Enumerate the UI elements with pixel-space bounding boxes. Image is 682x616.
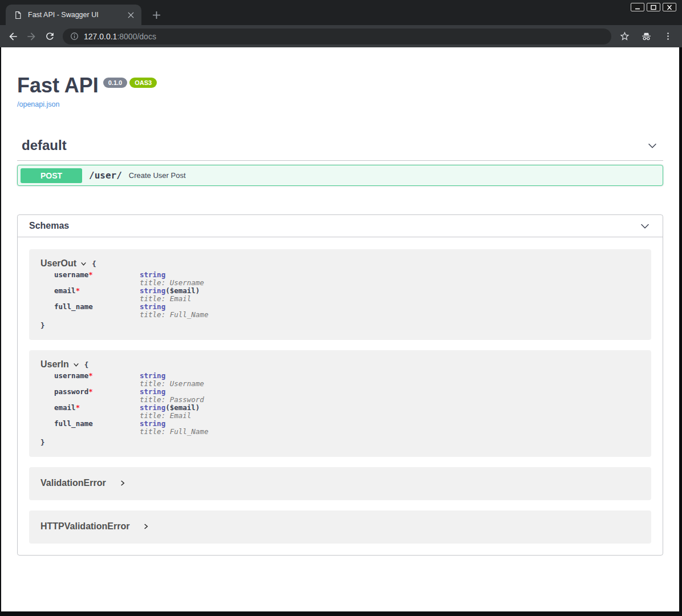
tab-strip: Fast API - Swagger UI — [0, 0, 682, 25]
api-title: Fast API — [17, 74, 99, 97]
property-name: email — [54, 286, 76, 295]
schemas-section: Schemas UserOut { — [17, 214, 663, 556]
incognito-icon — [638, 28, 655, 45]
schemas-heading: Schemas — [29, 221, 69, 231]
schemas-header[interactable]: Schemas — [18, 215, 663, 237]
model-properties: username* stringtitle: Username password… — [54, 372, 208, 436]
property-format: ($email) — [165, 286, 200, 295]
property-row: username* stringtitle: Username — [54, 271, 208, 287]
opblock-post-user[interactable]: POST /user/ Create User Post — [17, 165, 663, 186]
property-type: string — [140, 403, 165, 412]
browser-tab[interactable]: Fast API - Swagger UI — [6, 5, 141, 25]
bookmark-star-button[interactable] — [616, 28, 633, 45]
model-title: UserIn — [40, 359, 69, 370]
chevron-down-icon[interactable] — [80, 260, 87, 268]
model-userout: UserOut { username* stringtitle: Usernam… — [29, 249, 651, 340]
model-title: ValidationError — [40, 478, 106, 488]
api-info: Fast API0.1.0OAS3 /openapi.json — [17, 47, 663, 108]
model-title: UserOut — [40, 258, 76, 269]
model-properties: username* stringtitle: Username email* s… — [54, 271, 208, 319]
property-name: username — [54, 270, 88, 279]
window-controls — [631, 3, 676, 11]
browser-menu-button[interactable] — [659, 28, 676, 45]
new-tab-button[interactable] — [148, 7, 164, 23]
openapi-json-link[interactable]: /openapi.json — [17, 100, 663, 108]
forward-button[interactable] — [23, 28, 40, 45]
model-userin-toggle[interactable]: UserIn { — [40, 359, 640, 370]
property-row: password* stringtitle: Password — [54, 388, 208, 404]
version-badge: 0.1.0 — [103, 78, 127, 88]
post-method-badge: POST — [21, 168, 82, 183]
property-name: email — [54, 403, 76, 412]
property-row: full_name stringtitle: Full_Name — [54, 303, 208, 319]
address-bar[interactable]: 127.0.0.1:8000/docs — [63, 29, 611, 44]
model-httpvalidationerror-toggle[interactable]: HTTPValidationError — [40, 520, 640, 533]
model-userout-toggle[interactable]: UserOut { — [40, 258, 640, 269]
property-title: title: Username — [140, 279, 208, 287]
page-favicon-icon — [14, 11, 22, 19]
property-name: password — [54, 387, 88, 396]
property-title: title: Full_Name — [140, 311, 208, 319]
required-star: * — [88, 371, 93, 380]
url-host: 127.0.0.1 — [84, 32, 117, 41]
property-type: string — [140, 419, 165, 428]
open-brace: { — [84, 360, 89, 369]
schemas-body: UserOut { username* stringtitle: Usernam… — [18, 237, 663, 555]
property-title: title: Email — [140, 412, 208, 420]
url-text: 127.0.0.1:8000/docs — [84, 32, 156, 41]
window-minimize-button[interactable] — [631, 3, 644, 11]
open-brace: { — [92, 260, 96, 268]
property-title: title: Password — [140, 396, 208, 404]
chevron-down-icon[interactable] — [643, 139, 662, 152]
property-row: full_name stringtitle: Full_Name — [54, 420, 208, 436]
property-type: string — [140, 286, 165, 295]
required-star: * — [88, 387, 93, 396]
reload-button[interactable] — [41, 28, 58, 45]
chevron-down-icon[interactable] — [635, 220, 655, 232]
model-validationerror-toggle[interactable]: ValidationError — [40, 476, 640, 490]
swagger-page: Fast API0.1.0OAS3 /openapi.json default … — [1, 47, 679, 611]
tab-close-icon[interactable] — [125, 10, 136, 20]
model-validationerror: ValidationError — [29, 467, 651, 500]
property-title: title: Username — [140, 380, 208, 388]
property-row: email* string($email)title: Email — [54, 404, 208, 420]
oas3-badge: OAS3 — [129, 78, 157, 88]
required-star: * — [76, 403, 80, 412]
chevron-right-icon[interactable] — [119, 479, 127, 487]
browser-toolbar: 127.0.0.1:8000/docs — [0, 25, 682, 47]
property-title: title: Full_Name — [140, 428, 208, 436]
back-button[interactable] — [5, 28, 22, 45]
window-close-button[interactable] — [663, 3, 676, 11]
window-maximize-button[interactable] — [647, 3, 660, 11]
property-row: email* string($email)title: Email — [54, 287, 208, 303]
endpoint-path: /user/ — [89, 170, 122, 181]
model-title: HTTPValidationError — [40, 521, 129, 532]
property-name: full_name — [54, 419, 93, 428]
property-name: full_name — [54, 302, 93, 311]
chevron-right-icon[interactable] — [142, 522, 150, 530]
property-type: string — [140, 387, 165, 396]
property-type: string — [140, 371, 165, 380]
property-title: title: Email — [140, 295, 208, 303]
model-userin: UserIn { username* stringtitle: Username… — [29, 350, 651, 457]
chevron-down-icon[interactable] — [72, 361, 80, 368]
model-httpvalidationerror: HTTPValidationError — [29, 510, 651, 544]
url-path: :8000/docs — [117, 32, 156, 41]
tag-section-default[interactable]: default — [17, 137, 663, 161]
site-info-icon[interactable] — [70, 31, 79, 41]
property-type: string — [140, 270, 165, 279]
tab-title: Fast API - Swagger UI — [28, 11, 125, 19]
endpoint-summary: Create User Post — [129, 171, 186, 180]
required-star: * — [76, 286, 80, 295]
required-star: * — [88, 270, 93, 279]
tag-title: default — [22, 137, 67, 153]
property-row: username* stringtitle: Username — [54, 372, 208, 388]
property-type: string — [140, 302, 165, 311]
close-brace: } — [40, 438, 640, 447]
close-brace: } — [40, 321, 640, 330]
property-format: ($email) — [165, 403, 200, 412]
property-name: username — [54, 371, 88, 380]
